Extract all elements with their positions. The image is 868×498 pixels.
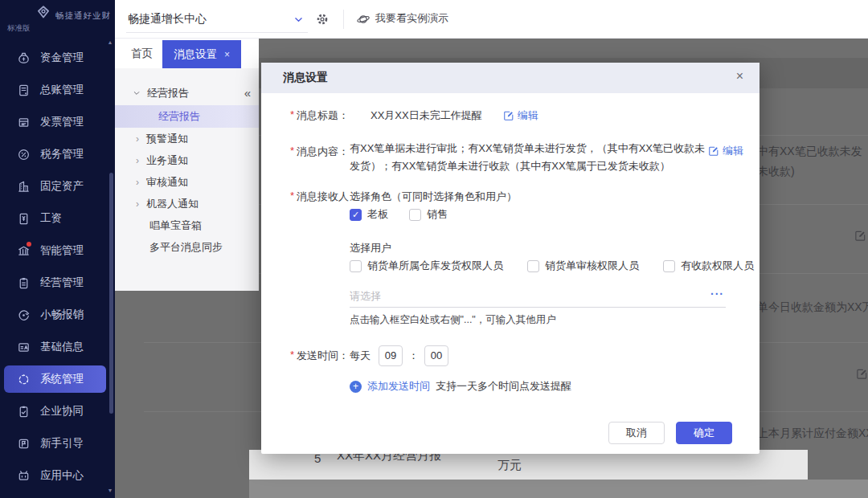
user-picker-input[interactable]: 请选择 ··· (350, 288, 726, 308)
confirm-button[interactable]: 确定 (676, 422, 732, 444)
subnav-item-warning-notice[interactable]: ›预警通知 (115, 128, 259, 149)
brand-logo-icon (35, 5, 51, 21)
collapse-panel-icon[interactable]: « (244, 86, 251, 100)
demo-link[interactable]: 我要看实例演示 (375, 0, 448, 37)
subnav-item-multi-platform-sync[interactable]: 多平台消息同步 (115, 236, 259, 258)
subnav-group-business-report[interactable]: 经营报告 (115, 81, 259, 105)
primary-sidebar: 畅捷通好业财 标准版 资金管理 总账管理 发票管理 税务管理 固定资产 工资 智… (0, 0, 115, 498)
salary-icon (17, 212, 31, 226)
sidebar-item-newbie-guide[interactable]: 新手引导 (0, 427, 115, 459)
edit-label: 编辑 (518, 108, 538, 123)
tab-label: 消息设置 (174, 47, 217, 62)
required-mark: * (290, 349, 294, 363)
add-send-time-tip: 支持一天多个时间点发送提醒 (436, 379, 571, 394)
role-select-hint: 选择角色（可同时选择角色和用户） (350, 190, 517, 204)
add-send-time-row: 添加发送时间 支持一天多个时间点发送提醒 (350, 379, 571, 394)
subnav-item-business-report[interactable]: 经营报告 (115, 105, 259, 128)
sidebar-item-business-management[interactable]: 经营管理 (0, 267, 115, 299)
sidebar-item-salary[interactable]: 工资 (0, 202, 115, 235)
role-boss-option[interactable]: 老板 (350, 207, 388, 222)
ghost-text: 中有XX笔已收款未发 (757, 145, 862, 159)
required-mark: * (290, 190, 294, 204)
message-title-value: XX月XX日未完工作提醒 (371, 108, 482, 123)
subnav-item-label: 审核通知 (146, 175, 188, 190)
every-day-label: 每天 (350, 349, 371, 363)
edit-content-button[interactable]: 编辑 (708, 144, 743, 158)
chevron-down-icon[interactable] (293, 14, 304, 25)
required-mark: * (290, 145, 294, 159)
hour-input[interactable]: 09 (379, 345, 403, 366)
sidebar-item-expense[interactable]: 小畅报销 (0, 299, 115, 331)
sidebar-item-app-center[interactable]: 应用中心 (0, 459, 115, 492)
ghost-text: 单今日收款金额为XX万 (757, 300, 868, 315)
sidebar-item-smart-management[interactable]: 智能管理 (0, 235, 115, 267)
assets-icon (17, 180, 31, 194)
edit-title-button[interactable]: 编辑 (503, 108, 538, 123)
user-audit-option[interactable]: 销货单审核权限人员 (527, 259, 639, 273)
subnav-group-label: 经营报告 (147, 86, 189, 100)
picker-placeholder: 请选择 (350, 288, 726, 305)
add-send-time-link[interactable]: 添加发送时间 (367, 379, 430, 394)
checkbox-sales[interactable] (409, 209, 421, 221)
subnav-item-speaker[interactable]: 唱单宝音箱 (115, 214, 259, 236)
time-separator: ： (408, 349, 419, 363)
sidebar-item-tax[interactable]: 税务管理 (0, 138, 115, 170)
role-sales-option[interactable]: 销售 (409, 207, 448, 222)
sidebar-item-funds[interactable]: 资金管理 (0, 42, 115, 74)
user-warehouse-option[interactable]: 销货单所属仓库发货权限人员 (350, 259, 503, 273)
subnav-item-robot-notice[interactable]: ›机器人通知 (115, 193, 259, 214)
sidebar-item-label: 新手引导 (40, 436, 84, 451)
top-bar: 畅捷通增长中心 我要看实例演示 (115, 0, 868, 39)
sidebar-item-system-management[interactable]: 系统管理 (4, 365, 106, 393)
sidebar-item-base-info[interactable]: 基础信息 (0, 331, 115, 363)
sidebar-item-general-ledger[interactable]: 总账管理 (0, 74, 115, 106)
checkbox-label: 有收款权限人员 (681, 259, 754, 273)
sidebar-item-invoice[interactable]: 发票管理 (0, 106, 115, 138)
scroll-down-icon[interactable] (106, 488, 114, 493)
more-users-button[interactable]: ··· (710, 288, 724, 300)
checkbox-audit-users[interactable] (527, 260, 539, 272)
user-payment-option[interactable]: 有收款权限人员 (663, 259, 754, 273)
checkbox-label: 销货单审核权限人员 (545, 259, 639, 273)
sidebar-item-fixed-assets[interactable]: 固定资产 (0, 170, 115, 202)
ghost-text: 上本月累计应付金额XX (757, 427, 868, 441)
guide-icon (17, 437, 31, 451)
invoice-icon (17, 116, 31, 129)
sidebar-scrollbar-thumb[interactable] (109, 173, 113, 414)
modal-footer: 取消 确定 (608, 422, 732, 444)
message-title-label: *消息标题： (290, 108, 367, 123)
tab-bar: 首页 消息设置 × (115, 39, 259, 68)
scroll-up-icon[interactable] (106, 39, 114, 45)
edit-icon (503, 110, 514, 121)
field-label-text: 消息内容： (297, 145, 349, 159)
checkbox-boss[interactable] (350, 209, 362, 221)
collab-icon (17, 405, 31, 418)
sidebar-item-enterprise-collab[interactable]: 企业协同 (0, 395, 115, 427)
send-time-row: *发送时间： 每天 09 ： 00 (290, 345, 448, 366)
picker-tip: 点击输入框空白处或右侧"..."，可输入其他用户 (350, 313, 556, 327)
sidebar-item-label: 总账管理 (40, 83, 84, 97)
checkbox-payment-users[interactable] (663, 260, 675, 272)
ghost-table-row (249, 450, 808, 480)
subnav-item-business-notice[interactable]: ›业务通知 (115, 149, 259, 171)
sidebar-item-label: 固定资产 (40, 179, 84, 194)
message-title-row: *消息标题： XX月XX日未完工作提醒 编辑 (290, 108, 538, 123)
ghost-row-value: 万元 (497, 458, 522, 473)
cancel-button[interactable]: 取消 (608, 422, 665, 444)
subnav-item-audit-notice[interactable]: ›审核通知 (115, 171, 259, 193)
minute-input[interactable]: 00 (424, 345, 448, 366)
close-icon[interactable]: × (736, 70, 743, 83)
gear-icon[interactable] (315, 12, 330, 27)
tab-close-icon[interactable]: × (224, 49, 230, 60)
expense-icon (17, 308, 31, 322)
sidebar-item-label: 发票管理 (40, 115, 84, 129)
tab-home[interactable]: 首页 (121, 39, 162, 68)
send-time-label: *发送时间： (290, 349, 350, 363)
topbar-divider (343, 10, 344, 29)
modal-header: 消息设置 × (261, 63, 760, 93)
chevron-right-icon: › (136, 156, 139, 165)
checkbox-warehouse-users[interactable] (350, 260, 362, 272)
tab-message-settings[interactable]: 消息设置 × (162, 40, 241, 68)
message-content-value: 有XX笔单据未进行审批；有XX笔销货单未进行发货，（其中有XX笔已收款未发货）；… (350, 140, 713, 175)
system-icon (17, 373, 31, 386)
